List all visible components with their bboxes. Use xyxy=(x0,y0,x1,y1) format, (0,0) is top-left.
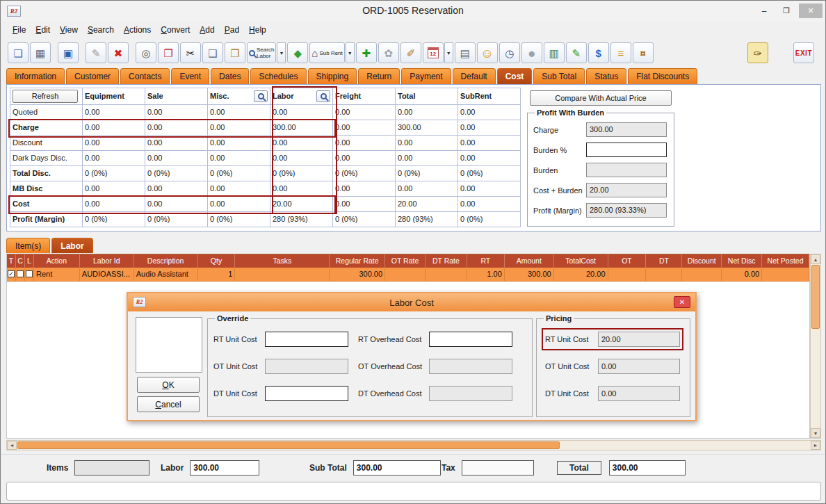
dialog-title-bar[interactable]: R2 Labor Cost ✕ xyxy=(128,293,695,311)
menu-search[interactable]: Search xyxy=(83,23,119,37)
close-button[interactable]: ✕ xyxy=(799,3,823,18)
add-button[interactable]: ✚ xyxy=(356,42,377,63)
items-col-dt-rate[interactable]: DT Rate xyxy=(426,254,467,268)
row-checkbox[interactable] xyxy=(17,270,24,277)
tab-payment[interactable]: Payment xyxy=(401,68,451,84)
items-col-amount[interactable]: Amount xyxy=(505,254,554,268)
misc-search-button[interactable] xyxy=(254,90,268,102)
items-col-totalcost[interactable]: TotalCost xyxy=(554,254,608,268)
paste-button[interactable]: ❒ xyxy=(225,42,245,63)
sub-rent-button[interactable]: ⌂Sub Rent xyxy=(309,42,344,63)
scroll-down-icon[interactable]: ▼ xyxy=(811,428,820,438)
vertical-scroll-thumb[interactable] xyxy=(811,265,820,329)
menu-actions[interactable]: Actions xyxy=(119,23,156,37)
coins-button[interactable]: ≡ xyxy=(610,42,631,63)
dt-unit-cost-input[interactable] xyxy=(265,386,348,401)
edit-note-button[interactable]: ✐ xyxy=(400,42,421,63)
tab-default[interactable]: Default xyxy=(453,68,496,84)
horizontal-scrollbar[interactable]: ◄ ► xyxy=(6,440,821,450)
tab-contacts[interactable]: Contacts xyxy=(120,68,170,84)
dollar-button[interactable]: $ xyxy=(588,42,609,63)
burden-input[interactable] xyxy=(586,143,667,157)
transfer-document-button[interactable]: ❐ xyxy=(158,42,179,63)
items-col-action[interactable]: Action xyxy=(34,254,80,268)
fax-button[interactable]: ▤ xyxy=(455,42,476,63)
edit-pencil-button[interactable]: ✎ xyxy=(86,42,106,63)
tab-item-s[interactable]: Item(s) xyxy=(6,238,50,253)
minimize-button[interactable]: – xyxy=(754,3,774,18)
rt-overhead-cost-input[interactable] xyxy=(429,332,512,347)
tab-schedules[interactable]: Schedules xyxy=(250,68,306,84)
ellipse-button[interactable]: ● xyxy=(521,42,542,63)
tab-return[interactable]: Return xyxy=(358,68,400,84)
items-col-ot-rate[interactable]: OT Rate xyxy=(385,254,426,268)
vertical-scrollbar[interactable]: ▲ ▼ xyxy=(810,254,821,439)
search-labor-button-dropdown[interactable]: ▼ xyxy=(277,42,286,63)
items-col-discount[interactable]: Discount xyxy=(682,254,722,268)
items-col-ot[interactable]: OT xyxy=(608,254,647,268)
sub-rent-button-dropdown[interactable]: ▼ xyxy=(346,42,355,63)
tab-labor[interactable]: Labor xyxy=(51,238,92,253)
menu-file[interactable]: File xyxy=(8,23,31,37)
tab-flat-discounts[interactable]: Flat Discounts xyxy=(628,68,697,84)
menu-help[interactable]: Help xyxy=(244,23,271,37)
tab-status[interactable]: Status xyxy=(586,68,626,84)
menu-edit[interactable]: Edit xyxy=(31,23,55,37)
exit-button[interactable]: EXIT xyxy=(793,42,814,63)
cut-button[interactable]: ✂ xyxy=(180,42,201,63)
clock-button[interactable]: ◷ xyxy=(499,42,520,63)
binoculars-search-button[interactable]: ◎ xyxy=(136,42,156,63)
search-labor-button[interactable]: SearchLabor xyxy=(247,42,276,63)
items-row[interactable]: ✓RentAUDIOASSI...Audio Assistant1300.001… xyxy=(7,268,809,282)
row-checkbox[interactable]: ✓ xyxy=(8,270,15,277)
scroll-left-icon[interactable]: ◄ xyxy=(7,441,17,450)
scroll-right-icon[interactable]: ► xyxy=(811,441,820,450)
compare-with-actual-price-button[interactable]: Compare With Actual Price xyxy=(530,90,672,106)
smiley-button[interactable]: ☺ xyxy=(477,42,498,63)
items-col-dt[interactable]: DT xyxy=(646,254,682,268)
items-col-l[interactable]: L xyxy=(25,254,34,268)
rt-unit-cost-input[interactable] xyxy=(265,332,348,347)
register-button[interactable]: ▥ xyxy=(544,42,565,63)
scroll-up-icon[interactable]: ▲ xyxy=(811,254,820,264)
menu-add[interactable]: Add xyxy=(195,23,219,37)
edit-green-button[interactable]: ✎ xyxy=(566,42,587,63)
flower-button[interactable]: ✿ xyxy=(378,42,399,63)
items-col-t[interactable]: T xyxy=(7,254,16,268)
tab-information[interactable]: Information xyxy=(6,68,65,84)
title-bar[interactable]: R2 ORD-1005 Reservation – ❐ ✕ xyxy=(1,1,825,22)
row-checkbox[interactable] xyxy=(26,270,33,277)
tab-shipping[interactable]: Shipping xyxy=(308,68,357,84)
money-cart-button[interactable]: ¤ xyxy=(633,42,654,63)
maximize-button[interactable]: ❐ xyxy=(777,3,796,18)
tab-dates[interactable]: Dates xyxy=(211,68,249,84)
items-col-labor-id[interactable]: Labor Id xyxy=(80,254,134,268)
items-col-tasks[interactable]: Tasks xyxy=(235,254,330,268)
menu-pad[interactable]: Pad xyxy=(220,23,244,37)
new-document-button[interactable]: ❏ xyxy=(8,42,29,63)
items-col-rt[interactable]: RT xyxy=(467,254,505,268)
delete-button[interactable]: ✖ xyxy=(108,42,129,63)
menu-convert[interactable]: Convert xyxy=(156,23,195,37)
ok-button[interactable]: OK xyxy=(137,377,200,393)
horizontal-scroll-thumb[interactable] xyxy=(17,441,560,449)
items-col-c[interactable]: C xyxy=(16,254,25,268)
tab-event[interactable]: Event xyxy=(171,68,209,84)
print-button[interactable]: ▦ xyxy=(30,42,51,63)
cancel-button[interactable]: Cancel xyxy=(137,396,200,412)
calendar-button-dropdown[interactable]: ▼ xyxy=(444,42,453,63)
items-col-qty[interactable]: Qty xyxy=(198,254,236,268)
items-col-regular-rate[interactable]: Regular Rate xyxy=(330,254,385,268)
dialog-close-button[interactable]: ✕ xyxy=(674,296,690,308)
tab-cost[interactable]: Cost xyxy=(497,68,533,84)
refresh-button[interactable]: Refresh xyxy=(13,90,78,103)
items-col-net-posted[interactable]: Net Posted xyxy=(762,254,809,268)
tab-customer[interactable]: Customer xyxy=(66,68,119,84)
menu-view[interactable]: View xyxy=(55,23,83,37)
tab-sub-total[interactable]: Sub Total xyxy=(533,68,585,84)
items-col-net-disc[interactable]: Net Disc xyxy=(722,254,762,268)
calendar-button[interactable]: 12 xyxy=(423,42,444,63)
magic-wand-button[interactable]: ✑ xyxy=(747,42,768,63)
copy-button[interactable]: ❑ xyxy=(202,42,223,63)
shapes-button[interactable]: ◆ xyxy=(287,42,308,63)
